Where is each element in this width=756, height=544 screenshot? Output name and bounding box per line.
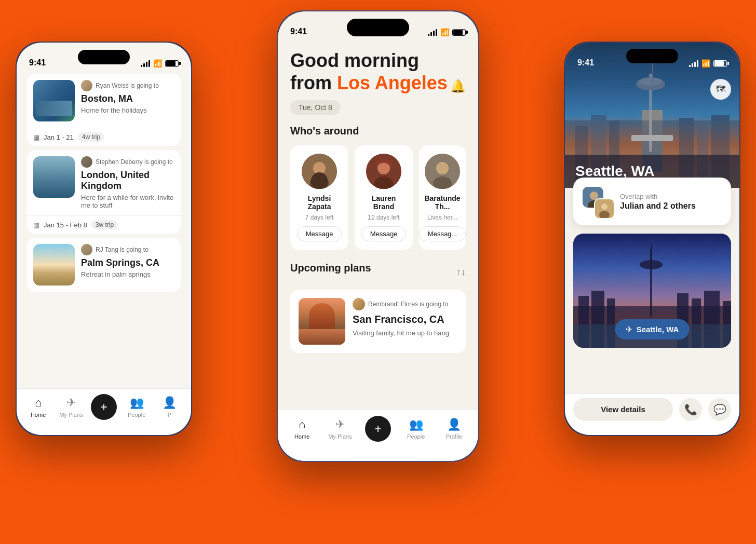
trip-user-badge-london: Stephen Deberry is going to bbox=[81, 156, 174, 168]
nav-home-center[interactable]: ⌂ Home bbox=[289, 418, 315, 440]
wifi-icon-right: 📶 bbox=[701, 59, 710, 67]
nav-myplans-center[interactable]: ✈ My Plans bbox=[327, 418, 353, 440]
message-action-btn[interactable]: 💬 bbox=[708, 398, 731, 421]
trip-desc-palm: Retreat in palm springs bbox=[81, 270, 174, 278]
wifi-icon-left: 📶 bbox=[153, 59, 162, 67]
signal-bar-c3 bbox=[433, 31, 435, 36]
avatar-baratunde bbox=[425, 154, 460, 189]
svg-point-14 bbox=[639, 77, 662, 86]
phone-action-btn[interactable]: 📞 bbox=[679, 398, 702, 421]
signal-bars-right bbox=[689, 60, 698, 67]
message-btn-lauren[interactable]: Message bbox=[361, 226, 407, 241]
person-name-lauren: Lauren Brand bbox=[361, 194, 407, 211]
battery-fill-left bbox=[166, 61, 176, 66]
nav-p-left[interactable]: 👤 P bbox=[156, 396, 182, 418]
status-time-right: 9:41 bbox=[577, 58, 594, 67]
left-content: Ryan Weiss is going to Boston, MA Home f… bbox=[17, 43, 191, 435]
trip-card-palm[interactable]: RJ Tang is going to Palm Springs, CA Ret… bbox=[27, 238, 181, 292]
person-days-lyndsi: 7 days left bbox=[305, 214, 334, 221]
calendar-icon-london: ▦ bbox=[33, 221, 39, 229]
avatar-rj bbox=[81, 244, 92, 255]
signal-bar-r2 bbox=[692, 63, 693, 67]
people-icon-center: 👥 bbox=[409, 418, 423, 431]
people-label-center: People bbox=[407, 433, 425, 440]
trip-card-inner-boston: Ryan Weiss is going to Boston, MA Home f… bbox=[27, 74, 181, 128]
signal-bar-1 bbox=[141, 65, 142, 67]
person-card-lyndsi[interactable]: Lyndsi Zapata 7 days left Message bbox=[290, 145, 348, 250]
signal-bar-2 bbox=[143, 63, 145, 67]
trip-title-palm: Palm Springs, CA bbox=[81, 257, 174, 268]
signal-bar-c1 bbox=[428, 34, 429, 36]
nav-profile-center[interactable]: 👤 Profile bbox=[441, 418, 467, 440]
upcoming-card[interactable]: Rembrandt Flores is going to San Francis… bbox=[290, 290, 466, 353]
city-badge-text: Seattle, WA bbox=[637, 325, 679, 334]
person-days-lauren: 12 days left bbox=[368, 214, 399, 221]
right-city-card[interactable]: ✈ Seattle, WA bbox=[573, 234, 731, 348]
sort-icon[interactable]: ↑↓ bbox=[456, 267, 466, 278]
trip-date-row-boston: ▦ Jan 1 - 21 4w trip bbox=[27, 128, 181, 146]
right-city-badge: ✈ Seattle, WA bbox=[615, 319, 690, 339]
upcoming-image-sf bbox=[299, 298, 345, 345]
myplans-icon-left: ✈ bbox=[66, 396, 76, 410]
person-name-lyndsi: Lyndsi Zapata bbox=[296, 194, 342, 211]
battery-right bbox=[713, 60, 727, 67]
home-label-left: Home bbox=[31, 412, 46, 418]
status-time-center: 9:41 bbox=[290, 27, 307, 36]
greeting-date: Tue, Oct 8 bbox=[290, 100, 341, 115]
trip-user-badge-boston: Ryan Weiss is going to bbox=[81, 80, 174, 91]
bottom-nav-left: ⌂ Home ✈ My Plans + 👥 People 👤 P bbox=[17, 388, 191, 435]
person-name-baratunde: Baratunde Th... bbox=[424, 194, 460, 211]
center-phone: 9:41 📶 🔔 bbox=[277, 10, 479, 462]
nav-people-center[interactable]: 👥 People bbox=[403, 418, 429, 440]
trip-user-badge-palm: RJ Tang is going to bbox=[81, 244, 174, 255]
nav-people-left[interactable]: 👥 People bbox=[124, 396, 150, 418]
dynamic-island-center bbox=[347, 19, 409, 36]
status-icons-center: 📶 bbox=[428, 28, 466, 36]
avatar-lauren bbox=[366, 154, 401, 189]
home-label-center: Home bbox=[294, 433, 309, 440]
nav-add-btn-left[interactable]: + bbox=[91, 394, 117, 420]
nav-myplans-left[interactable]: ✈ My Plans bbox=[58, 396, 84, 418]
trip-info-london: Stephen Deberry is going to London, Unit… bbox=[81, 156, 174, 209]
upcoming-desc: Visiting family, hit me up to hang bbox=[353, 329, 449, 338]
bottom-nav-center: ⌂ Home ✈ My Plans + 👥 People 👤 Profile bbox=[278, 409, 478, 461]
left-phone: 9:41 📶 bbox=[16, 42, 192, 436]
avatar-ryan bbox=[81, 80, 92, 91]
trip-info-palm: RJ Tang is going to Palm Springs, CA Ret… bbox=[81, 244, 174, 278]
overlap-card[interactable]: Overlap with Julian and 2 others bbox=[573, 178, 731, 225]
trip-title-london: London, United Kingdom bbox=[81, 170, 174, 192]
overlap-avatars bbox=[582, 186, 613, 217]
svg-point-26 bbox=[601, 203, 608, 210]
map-icon-btn[interactable]: 🗺 bbox=[710, 79, 731, 100]
p-icon-left: 👤 bbox=[163, 396, 177, 410]
home-icon-left: ⌂ bbox=[35, 396, 42, 410]
trip-desc-boston: Home for the holidays bbox=[81, 106, 174, 114]
view-details-btn[interactable]: View details bbox=[573, 398, 673, 421]
person-card-lauren[interactable]: Lauren Brand 12 days left Message bbox=[355, 145, 413, 250]
home-icon-center: ⌂ bbox=[299, 418, 305, 431]
signal-bar-4 bbox=[148, 60, 150, 67]
plane-icon-badge: ✈ bbox=[626, 324, 632, 334]
trip-image-palm bbox=[33, 244, 75, 285]
signal-bar-r4 bbox=[697, 60, 698, 67]
person-card-baratunde[interactable]: Baratunde Th... Lives her... Messag... bbox=[419, 145, 466, 250]
overlap-subtitle: Overlap with bbox=[620, 193, 696, 200]
message-btn-baratunde[interactable]: Messag... bbox=[419, 226, 466, 241]
trip-user-text-boston: Ryan Weiss is going to bbox=[96, 82, 159, 89]
upcoming-info: Rembrandt Flores is going to San Francis… bbox=[353, 298, 449, 345]
people-label-left: People bbox=[128, 412, 145, 418]
nav-home-left[interactable]: ⌂ Home bbox=[25, 396, 51, 418]
nav-add-btn-center[interactable]: + bbox=[365, 416, 391, 442]
notification-bell[interactable]: 🔔 bbox=[450, 79, 466, 93]
trip-card-london[interactable]: Stephen Deberry is going to London, Unit… bbox=[27, 150, 181, 234]
whos-around-title: Who's around bbox=[290, 125, 466, 137]
trip-card-boston[interactable]: Ryan Weiss is going to Boston, MA Home f… bbox=[27, 74, 181, 146]
trip-date-boston: Jan 1 - 21 bbox=[44, 133, 74, 141]
p-label-left: P bbox=[168, 412, 171, 418]
svg-point-3 bbox=[311, 172, 328, 189]
myplans-label-center: My Plans bbox=[328, 433, 352, 440]
message-btn-lyndsi[interactable]: Message bbox=[297, 226, 342, 241]
battery-fill-right bbox=[714, 61, 724, 66]
trip-date-london: Jan 15 - Feb 8 bbox=[44, 221, 87, 229]
upcoming-section: Upcoming plans ↑↓ Rembrandt Flores is go… bbox=[290, 262, 466, 353]
